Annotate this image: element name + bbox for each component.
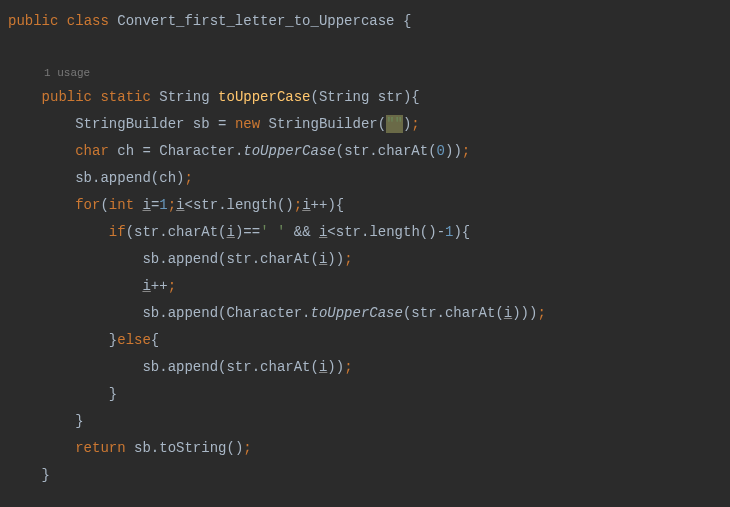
brace-close: } bbox=[109, 386, 117, 402]
semicolon: ; bbox=[344, 251, 352, 267]
var-sb: sb bbox=[142, 251, 159, 267]
semicolon: ; bbox=[462, 143, 470, 159]
equals: = bbox=[210, 116, 235, 132]
minus: - bbox=[437, 224, 445, 240]
semicolon: ; bbox=[168, 197, 176, 213]
code-line-6: for(int i=1;i<str.length();i++){ bbox=[0, 192, 730, 219]
method-charat: charAt bbox=[260, 359, 310, 375]
paren-open: ( bbox=[311, 359, 319, 375]
code-line-13: } bbox=[0, 381, 730, 408]
keyword-for: for bbox=[75, 197, 100, 213]
static-method-touppercase: toUpperCase bbox=[311, 305, 403, 321]
paren-close-close: )) bbox=[327, 359, 344, 375]
dot: . bbox=[159, 251, 167, 267]
blank-line bbox=[0, 35, 730, 62]
paren-open: ( bbox=[151, 170, 159, 186]
var-str: str bbox=[134, 224, 159, 240]
method-length: length bbox=[227, 197, 277, 213]
dot: . bbox=[159, 305, 167, 321]
code-line-1: public class Convert_first_letter_to_Upp… bbox=[0, 8, 730, 35]
paren-open: ( bbox=[311, 251, 319, 267]
var-sb: sb bbox=[134, 440, 151, 456]
return-type: String bbox=[159, 89, 209, 105]
method-charat: charAt bbox=[378, 143, 428, 159]
char-literal-space: ' ' bbox=[260, 224, 285, 240]
code-line-12: sb.append(str.charAt(i)); bbox=[0, 354, 730, 381]
keyword-public: public bbox=[42, 89, 92, 105]
semicolon: ; bbox=[537, 305, 545, 321]
code-line-8: sb.append(str.charAt(i)); bbox=[0, 246, 730, 273]
paren-open: ( bbox=[495, 305, 503, 321]
method-append: append bbox=[168, 251, 218, 267]
paren-open: ( bbox=[218, 224, 226, 240]
paren-close-brace: ){ bbox=[403, 89, 420, 105]
code-line-11: }else{ bbox=[0, 327, 730, 354]
dot: . bbox=[159, 224, 167, 240]
var-str: str bbox=[193, 197, 218, 213]
dot: . bbox=[218, 197, 226, 213]
dot: . bbox=[302, 305, 310, 321]
string-literal-empty: "" bbox=[386, 115, 403, 133]
less-than: < bbox=[185, 197, 193, 213]
paren-open: ( bbox=[428, 143, 436, 159]
usage-hint[interactable]: 1 usage bbox=[0, 62, 730, 84]
var-i: i bbox=[142, 278, 150, 294]
number-literal-0: 0 bbox=[437, 143, 445, 159]
var-ch: ch bbox=[117, 143, 134, 159]
dot: . bbox=[159, 359, 167, 375]
parens: () bbox=[277, 197, 294, 213]
var-i: i bbox=[176, 197, 184, 213]
var-sb: sb bbox=[142, 305, 159, 321]
var-str: str bbox=[226, 251, 251, 267]
keyword-else: else bbox=[117, 332, 151, 348]
equals-equals: == bbox=[243, 224, 260, 240]
class-character: Character bbox=[159, 143, 235, 159]
var-str: str bbox=[226, 359, 251, 375]
var-str: str bbox=[411, 305, 436, 321]
type-stringbuilder: StringBuilder bbox=[75, 116, 184, 132]
dot: . bbox=[369, 143, 377, 159]
keyword-static: static bbox=[100, 89, 150, 105]
code-line-3: StringBuilder sb = new StringBuilder("")… bbox=[0, 111, 730, 138]
keyword-public: public bbox=[8, 13, 58, 29]
brace-close: } bbox=[42, 467, 50, 483]
equals: = bbox=[134, 143, 159, 159]
method-charat: charAt bbox=[260, 251, 310, 267]
paren-open: ( bbox=[126, 224, 134, 240]
var-ch: ch bbox=[159, 170, 176, 186]
method-charat: charAt bbox=[445, 305, 495, 321]
code-line-10: sb.append(Character.toUpperCase(str.char… bbox=[0, 300, 730, 327]
code-line-4: char ch = Character.toUpperCase(str.char… bbox=[0, 138, 730, 165]
var-sb: sb bbox=[75, 170, 92, 186]
keyword-int: int bbox=[109, 197, 134, 213]
parens: () bbox=[420, 224, 437, 240]
param-type: String bbox=[319, 89, 369, 105]
logical-and: && bbox=[285, 224, 319, 240]
method-length: length bbox=[369, 224, 419, 240]
method-append: append bbox=[168, 305, 218, 321]
param-name: str bbox=[378, 89, 403, 105]
code-line-9: i++; bbox=[0, 273, 730, 300]
brace-open: { bbox=[151, 332, 159, 348]
code-editor[interactable]: public class Convert_first_letter_to_Upp… bbox=[0, 8, 730, 489]
paren-open: ( bbox=[336, 143, 344, 159]
var-i: i bbox=[142, 197, 150, 213]
var-i: i bbox=[302, 197, 310, 213]
semicolon: ; bbox=[294, 197, 302, 213]
number-literal-1: 1 bbox=[159, 197, 167, 213]
paren-open: ( bbox=[378, 116, 386, 132]
increment-op: ++ bbox=[311, 197, 328, 213]
paren-close-brace: ){ bbox=[453, 224, 470, 240]
var-i: i bbox=[227, 224, 235, 240]
paren-close-brace: ){ bbox=[327, 197, 344, 213]
dot: . bbox=[437, 305, 445, 321]
semicolon: ; bbox=[168, 278, 176, 294]
dot: . bbox=[151, 440, 159, 456]
paren-close-close: )) bbox=[445, 143, 462, 159]
var-str: str bbox=[336, 224, 361, 240]
parens: () bbox=[226, 440, 243, 456]
keyword-class: class bbox=[67, 13, 109, 29]
var-str: str bbox=[344, 143, 369, 159]
method-tostring: toString bbox=[159, 440, 226, 456]
var-sb: sb bbox=[142, 359, 159, 375]
